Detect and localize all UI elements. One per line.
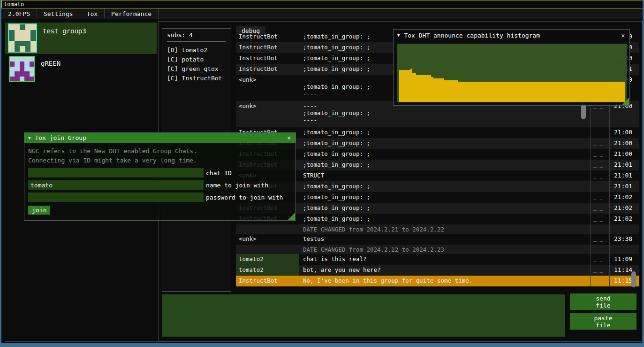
delivery-status: __ bbox=[590, 170, 610, 181]
delivery-status: __ bbox=[590, 192, 610, 203]
send-file-button[interactable]: send file bbox=[570, 293, 636, 310]
collapse-icon[interactable]: ▼ bbox=[397, 33, 400, 38]
join-name-field[interactable] bbox=[28, 180, 204, 190]
message-text: ;tomato_in_group: ; bbox=[299, 203, 590, 214]
message-row[interactable]: InstructBot;tomato_in_group: ;__21:01 bbox=[236, 181, 639, 192]
message-row[interactable]: InstructBot;tomato_in_group: ;__21:00 bbox=[236, 127, 639, 138]
system-text: DATE CHANGED from 2024.2.21 to 2024.2.22 bbox=[299, 224, 590, 234]
message-row[interactable]: <unk>STRUCT__21:01 bbox=[236, 170, 639, 181]
timestamp: 21:02 bbox=[610, 203, 638, 214]
message-text: testus bbox=[299, 234, 590, 245]
message-row[interactable]: tomato2chat is this real?__11:09 bbox=[236, 254, 639, 265]
group-label: test_group3 bbox=[43, 27, 86, 54]
timestamp: 21:00 bbox=[610, 138, 638, 149]
message-text: ;tomato_in_group: ; bbox=[299, 214, 590, 224]
message-text: chat is this real? bbox=[299, 254, 590, 265]
join-group-window: ▼ Tox join Group ✕ NGC refers to the New… bbox=[24, 132, 296, 221]
message-text: ;tomato_in_group: ; bbox=[299, 138, 590, 149]
sender-name: InstructBot bbox=[236, 64, 299, 75]
sender-name: InstructBot bbox=[236, 34, 299, 42]
subs-count: subs: 4 bbox=[167, 31, 226, 39]
message-row[interactable]: InstructBot;tomato_in_group: ;__21:01 bbox=[236, 160, 639, 170]
delivery-status: __ bbox=[590, 127, 610, 138]
dht-histogram-titlebar[interactable]: ▼ Tox DHT announce capability histogram … bbox=[394, 30, 629, 41]
sender-name: tomato2 bbox=[236, 254, 299, 265]
join-info-line2: Connecting via ID might take a very long… bbox=[28, 156, 292, 165]
paste-file-button[interactable]: paste file bbox=[570, 313, 636, 330]
table-scrollbar[interactable] bbox=[631, 271, 636, 287]
timestamp: 21:00 bbox=[610, 149, 638, 160]
subs-member[interactable]: [C] InstructBot bbox=[167, 74, 226, 83]
chat-id-field[interactable] bbox=[28, 168, 204, 177]
delivery-status: __ bbox=[590, 203, 610, 214]
message-text: bot, are you new here? bbox=[299, 265, 590, 276]
group-item-test_group3[interactable]: test_group3 bbox=[5, 23, 157, 54]
delivery-status bbox=[590, 245, 610, 254]
resize-grip-icon[interactable] bbox=[622, 98, 629, 105]
timestamp: 11:09 bbox=[610, 254, 638, 265]
message-row[interactable]: InstructBot;tomato_in_group: ;__21:02 bbox=[236, 214, 639, 224]
delivery-status: __ bbox=[590, 160, 610, 170]
delivery-status: __ bbox=[590, 265, 610, 276]
timestamp: 21:00 bbox=[610, 127, 638, 138]
message-row[interactable]: InstructBot;tomato_in_group: ;__21:00 bbox=[236, 138, 639, 149]
sender-name: InstructBot bbox=[236, 42, 299, 53]
subs-member[interactable]: [C] potato bbox=[167, 55, 226, 64]
message-row[interactable]: InstructBotNo, I've been in this group f… bbox=[236, 276, 639, 286]
join-group-titlebar[interactable]: ▼ Tox join Group ✕ bbox=[24, 133, 295, 143]
sender-name: <unk> bbox=[236, 234, 299, 245]
resize-grip-icon[interactable] bbox=[288, 213, 295, 220]
message-row[interactable]: InstructBot;tomato_in_group: ;__21:02 bbox=[236, 203, 639, 214]
menu-item-tox[interactable]: Tox bbox=[80, 8, 105, 19]
join-password-field[interactable] bbox=[28, 193, 204, 202]
menu-bar: 2.0FPSSettingsToxPerformance bbox=[1, 8, 643, 20]
message-row[interactable]: tomato2bot, are you new here?__11:14 bbox=[236, 265, 639, 276]
window-title: tomato bbox=[4, 1, 24, 8]
menu-item-2-0fps[interactable]: 2.0FPS bbox=[1, 8, 37, 19]
message-input[interactable] bbox=[162, 294, 565, 337]
subs-member[interactable]: [D] tomato2 bbox=[167, 46, 226, 55]
message-text: ;tomato_in_group: ; bbox=[299, 192, 590, 203]
join-button[interactable]: join bbox=[28, 206, 50, 215]
delivery-status: d_ bbox=[590, 276, 610, 286]
close-icon[interactable]: ✕ bbox=[286, 134, 292, 141]
join-group-title: Tox join Group bbox=[35, 134, 286, 141]
join-info-line1: NGC refers to the New DHT enabled Group … bbox=[28, 147, 292, 156]
chat-id-label: chat ID bbox=[206, 170, 232, 177]
delivery-status: __ bbox=[590, 181, 610, 192]
system-row[interactable]: DATE CHANGED from 2024.2.22 to 2024.2.23 bbox=[236, 245, 639, 254]
delivery-status: __ bbox=[590, 214, 610, 224]
group-label: gREEN bbox=[41, 60, 61, 84]
close-icon[interactable]: ✕ bbox=[620, 32, 626, 39]
collapse-icon[interactable]: ▼ bbox=[28, 136, 30, 140]
sender-name: InstructBot bbox=[236, 53, 299, 64]
system-text: DATE CHANGED from 2024.2.22 to 2024.2.23 bbox=[299, 245, 590, 254]
message-text: ;tomato_in_group: ; bbox=[299, 127, 590, 138]
message-text: ;tomato_in_group: ; bbox=[299, 181, 590, 192]
sender-name bbox=[236, 224, 299, 234]
os-titlebar: tomato bbox=[1, 0, 644, 8]
timestamp: 21:01 bbox=[610, 160, 638, 170]
timestamp: 21:02 bbox=[610, 192, 638, 203]
sender-name bbox=[236, 245, 299, 254]
system-row[interactable]: DATE CHANGED from 2024.2.21 to 2024.2.22 bbox=[236, 224, 639, 234]
message-row[interactable]: <unk>testus__23:38 bbox=[236, 234, 639, 245]
sender-name: tomato2 bbox=[236, 265, 299, 276]
menu-item-settings[interactable]: Settings bbox=[37, 8, 80, 19]
message-row[interactable]: InstructBot;tomato_in_group: ;__21:02 bbox=[236, 192, 639, 203]
dht-histogram-plot bbox=[397, 44, 627, 102]
timestamp bbox=[610, 224, 638, 234]
message-row[interactable]: InstructBot;tomato_in_group: ;__21:00 bbox=[236, 149, 639, 160]
delivery-status: __ bbox=[590, 234, 610, 245]
dht-histogram-window: ▼ Tox DHT announce capability histogram … bbox=[393, 29, 630, 106]
message-text: ;tomato_in_group: ; bbox=[299, 160, 590, 170]
separator bbox=[167, 41, 226, 42]
delivery-status: __ bbox=[590, 149, 610, 160]
group-avatar-icon bbox=[8, 23, 37, 53]
subs-member[interactable]: [C] green_qtox bbox=[167, 64, 226, 74]
menu-item-performance[interactable]: Performance bbox=[105, 8, 159, 19]
group-item-green[interactable]: gREEN bbox=[5, 55, 157, 84]
delivery-status: __ bbox=[590, 138, 610, 149]
message-scrollbar[interactable] bbox=[581, 103, 586, 119]
sender-name: <unk> bbox=[236, 75, 299, 101]
